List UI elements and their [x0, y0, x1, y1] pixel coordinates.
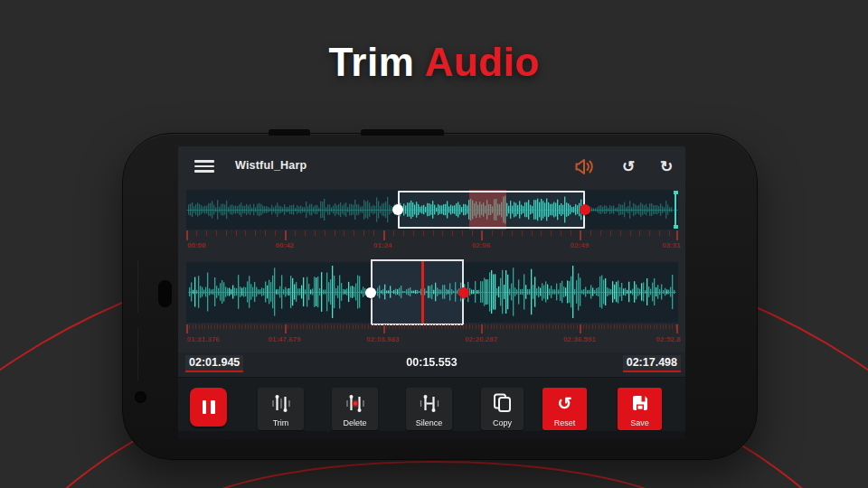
- silence-button[interactable]: Silence: [406, 388, 452, 430]
- tick-label: 03:31: [663, 241, 681, 249]
- action-bar: Trim: [178, 377, 685, 431]
- tick-label: 02:03.983: [367, 335, 400, 343]
- page-title-white: Trim: [328, 40, 414, 84]
- copy-button[interactable]: Copy: [481, 388, 524, 430]
- phone-mockup: Wistful_Harp ↺ ↻: [122, 133, 758, 460]
- page-background: Trim Audio Wistful_Harp ↺ ↻: [0, 0, 868, 488]
- zoom-ruler-labels: 01:31.376 01:47.679 02:03.983 02:20.287 …: [186, 335, 678, 345]
- phone-volume-button: [361, 129, 444, 136]
- waveform-zoom[interactable]: [186, 262, 678, 323]
- phone-camera: [135, 391, 146, 403]
- selection-end-time[interactable]: 02:17.498: [623, 355, 681, 372]
- tick-label: 01:31.376: [187, 335, 220, 343]
- redo-icon[interactable]: ↻: [656, 155, 677, 177]
- pause-icon: [203, 400, 215, 414]
- overview-selection-box[interactable]: [398, 191, 585, 229]
- save-label: Save: [630, 418, 649, 427]
- tick-label: 01:24: [373, 241, 392, 249]
- delete-label: Delete: [343, 418, 366, 427]
- phone-antenna-line: [137, 260, 138, 313]
- volume-icon[interactable]: [574, 155, 596, 177]
- end-cursor: [675, 191, 676, 229]
- phone-power-button: [269, 129, 310, 136]
- overview-ruler-labels: 00:00 00:42 01:24 02:06 02:49 03:31: [186, 241, 678, 251]
- time-readout-row: 02:01.945 00:15.553 02:17.498: [178, 352, 685, 377]
- tick-label: 02:49: [571, 241, 589, 249]
- selection-length-time: 00:15.553: [402, 355, 460, 371]
- selection-start-handle[interactable]: [392, 204, 403, 215]
- tick-label: 02:36.591: [563, 335, 596, 343]
- trim-button[interactable]: Trim: [258, 388, 304, 430]
- page-title-red: Audio: [414, 40, 539, 84]
- selection-start-time[interactable]: 02:01.945: [185, 355, 243, 372]
- app-screen: Wistful_Harp ↺ ↻: [178, 146, 685, 439]
- screen-bottom-strip: [178, 431, 685, 439]
- pause-button[interactable]: [190, 388, 227, 427]
- tick-label: 02:52.8: [656, 335, 681, 343]
- tick-label: 02:06: [472, 241, 490, 249]
- undo-icon[interactable]: ↺: [618, 155, 639, 177]
- phone-earpiece: [158, 280, 172, 307]
- phone-antenna-line: [137, 328, 138, 380]
- zoom-ruler: [186, 324, 678, 334]
- copy-icon: [481, 388, 524, 418]
- zoom-selection-box[interactable]: [371, 259, 464, 325]
- reset-button[interactable]: ↺ Reset: [542, 388, 587, 430]
- reset-icon: ↺: [542, 388, 587, 418]
- waveform-overview[interactable]: [186, 190, 678, 230]
- delete-icon: [332, 388, 378, 418]
- app-toolbar: Wistful_Harp ↺ ↻: [178, 146, 685, 186]
- menu-icon[interactable]: [194, 160, 214, 173]
- overview-ruler: [186, 230, 678, 241]
- selection-end-handle[interactable]: [580, 204, 590, 215]
- delete-button[interactable]: Delete: [332, 388, 378, 430]
- silence-icon: [406, 388, 452, 418]
- playhead[interactable]: [421, 261, 424, 324]
- save-icon: [618, 388, 662, 418]
- copy-label: Copy: [493, 418, 512, 427]
- silence-label: Silence: [416, 418, 443, 427]
- trim-icon: [258, 388, 304, 418]
- track-title: Wistful_Harp: [235, 159, 307, 172]
- trim-label: Trim: [273, 418, 289, 427]
- page-title: Trim Audio: [0, 40, 868, 85]
- reset-label: Reset: [554, 418, 576, 427]
- zoom-selection-start-handle[interactable]: [365, 287, 376, 298]
- tick-label: 00:00: [187, 241, 205, 249]
- tick-label: 01:47.679: [269, 335, 301, 343]
- tick-label: 00:42: [276, 241, 294, 249]
- save-button[interactable]: Save: [618, 388, 662, 430]
- tick-label: 02:20.287: [465, 335, 497, 343]
- zoom-selection-end-handle[interactable]: [458, 287, 469, 298]
